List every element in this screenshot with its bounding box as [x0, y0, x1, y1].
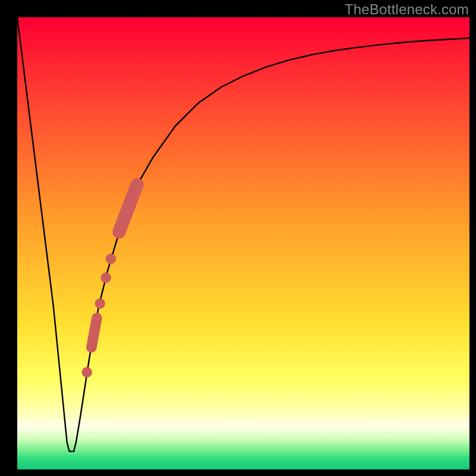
marker-dot-3: [95, 298, 105, 308]
marker-dot-2: [101, 273, 111, 283]
chart-svg: [17, 17, 469, 469]
plot-area: [17, 17, 469, 469]
marker-dot-4: [82, 367, 92, 377]
chart-frame: TheBottleneck.com: [0, 0, 476, 476]
marker-segment-bottom: [92, 318, 97, 347]
gradient-background: [17, 17, 469, 469]
attribution-text: TheBottleneck.com: [345, 1, 469, 18]
marker-dot-1: [106, 253, 116, 264]
